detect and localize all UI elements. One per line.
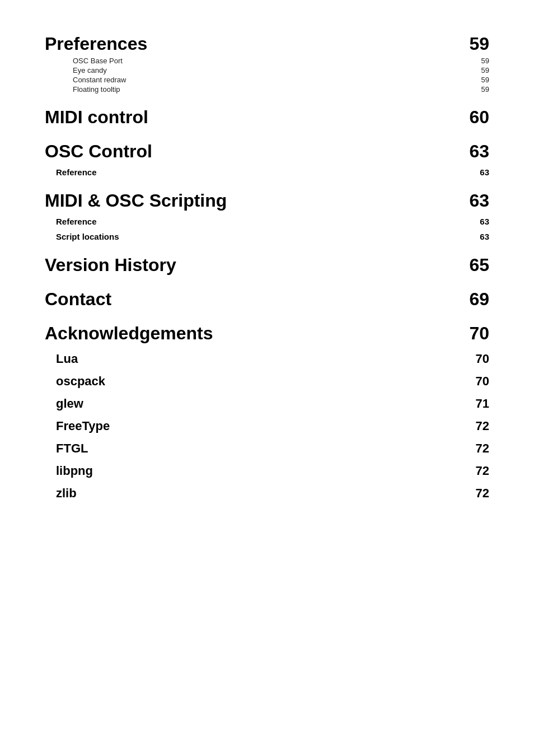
- toc-sub-page: 59: [481, 76, 489, 84]
- toc-h1-page: 63: [469, 141, 489, 162]
- toc-h1-row: OSC Control63: [45, 141, 489, 162]
- toc-h2-label: oscpack: [45, 374, 105, 389]
- toc-h2-page: 72: [476, 464, 489, 478]
- toc-h2-page: 72: [476, 419, 489, 433]
- toc-h1-row: Contact69: [45, 289, 489, 310]
- toc-h1-label: Acknowledgements: [45, 323, 213, 344]
- toc-h3-row: Reference63: [45, 167, 489, 177]
- toc-h2-label: zlib: [45, 486, 77, 501]
- toc-h2-row: Lua70: [45, 352, 489, 366]
- toc-h1-label: MIDI & OSC Scripting: [45, 190, 227, 211]
- toc-h1-row: Acknowledgements70: [45, 323, 489, 344]
- toc-h2-row: FreeType72: [45, 419, 489, 433]
- toc-h2-label: Lua: [45, 352, 78, 366]
- toc-h2-page: 72: [476, 441, 489, 456]
- toc-h2-row: oscpack70: [45, 374, 489, 389]
- toc-h2-page: 70: [476, 374, 489, 389]
- toc-h3-row: Reference63: [45, 217, 489, 226]
- toc-h2-page: 70: [476, 352, 489, 366]
- toc-h3-label: Reference: [45, 217, 97, 226]
- toc-h2-label: FTGL: [45, 441, 88, 456]
- toc-sub-row: Eye candy59: [45, 66, 489, 74]
- table-of-contents: Preferences59OSC Base Port59Eye candy59C…: [45, 34, 489, 501]
- toc-sub-page: 59: [481, 85, 489, 94]
- toc-sub-label: Eye candy: [45, 66, 107, 74]
- toc-h1-page: 60: [469, 107, 489, 128]
- toc-sub-label: Floating tooltip: [45, 85, 120, 94]
- toc-h2-label: glew: [45, 396, 83, 411]
- toc-h2-label: libpng: [45, 464, 93, 478]
- toc-sub-row: Floating tooltip59: [45, 85, 489, 94]
- toc-sub-page: 59: [481, 66, 489, 74]
- toc-h2-row: glew71: [45, 396, 489, 411]
- toc-h1-page: 59: [469, 34, 489, 54]
- toc-sub-row: OSC Base Port59: [45, 57, 489, 65]
- toc-h1-row: MIDI control60: [45, 107, 489, 128]
- toc-sub-row: Constant redraw59: [45, 76, 489, 84]
- toc-h1-page: 65: [469, 255, 489, 276]
- toc-h3-label: Reference: [45, 167, 97, 177]
- toc-h2-row: zlib72: [45, 486, 489, 501]
- toc-h3-page: 63: [480, 167, 489, 177]
- toc-sub-label: OSC Base Port: [45, 57, 123, 65]
- toc-h2-row: FTGL72: [45, 441, 489, 456]
- toc-sub-label: Constant redraw: [45, 76, 126, 84]
- toc-h1-label: Preferences: [45, 34, 147, 54]
- toc-h3-page: 63: [480, 217, 489, 226]
- toc-h1-label: OSC Control: [45, 141, 152, 162]
- toc-h2-label: FreeType: [45, 419, 110, 433]
- toc-h1-page: 70: [469, 323, 489, 344]
- toc-h2-page: 71: [476, 396, 489, 411]
- toc-h1-page: 63: [469, 190, 489, 211]
- toc-h1-row: Version History65: [45, 255, 489, 276]
- toc-h1-label: MIDI control: [45, 107, 148, 128]
- toc-h3-page: 63: [480, 232, 489, 241]
- toc-h2-row: libpng72: [45, 464, 489, 478]
- toc-h3-row: Script locations63: [45, 232, 489, 241]
- toc-h3-label: Script locations: [45, 232, 119, 241]
- toc-h1-label: Version History: [45, 255, 176, 276]
- toc-h1-row: MIDI & OSC Scripting63: [45, 190, 489, 211]
- toc-h1-page: 69: [469, 289, 489, 310]
- toc-h1-row: Preferences59: [45, 34, 489, 54]
- toc-h2-page: 72: [476, 486, 489, 501]
- toc-h1-label: Contact: [45, 289, 111, 310]
- toc-sub-page: 59: [481, 57, 489, 65]
